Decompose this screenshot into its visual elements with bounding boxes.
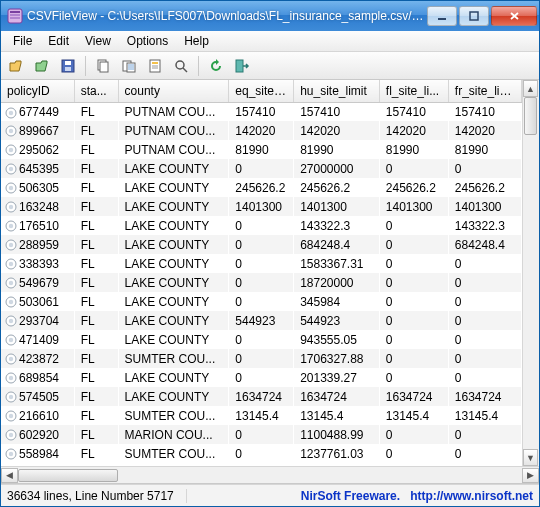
vertical-scrollbar[interactable]: ▲ ▼ xyxy=(522,80,539,466)
refresh-icon[interactable] xyxy=(205,55,227,77)
cell-policyID: 338393 xyxy=(1,254,74,273)
cell-fr: 1634724 xyxy=(448,387,521,406)
cell-county: LAKE COUNTY xyxy=(118,216,229,235)
svg-point-38 xyxy=(9,300,13,304)
cell-state: FL xyxy=(74,311,118,330)
table-row[interactable]: 549679FLLAKE COUNTY01872000000 xyxy=(1,273,522,292)
table-viewport[interactable]: policyID sta... county eq_site_l... hu_s… xyxy=(1,80,522,466)
table-row[interactable]: 677449FLPUTNAM COU...1574101574101574101… xyxy=(1,102,522,121)
cell-eq: 0 xyxy=(229,425,294,444)
menu-file[interactable]: File xyxy=(5,32,40,50)
cell-fr: 81990 xyxy=(448,140,521,159)
cell-county: LAKE COUNTY xyxy=(118,254,229,273)
menu-help[interactable]: Help xyxy=(176,32,217,50)
cell-hu: 27000000 xyxy=(294,159,380,178)
open-advanced-icon[interactable] xyxy=(31,55,53,77)
cell-county: PUTNAM COU... xyxy=(118,140,229,159)
titlebar: CSVFileView - C:\Users\ILFS007\Downloads… xyxy=(1,1,539,31)
svg-point-30 xyxy=(9,224,13,228)
table-row[interactable]: 899667FLPUTNAM COU...1420201420201420201… xyxy=(1,121,522,140)
horizontal-scrollbar[interactable]: ◀ ▶ xyxy=(1,466,539,483)
cell-fr: 0 xyxy=(448,254,521,273)
col-eq[interactable]: eq_site_l... xyxy=(229,80,294,102)
menu-edit[interactable]: Edit xyxy=(40,32,77,50)
table-row[interactable]: 574505FLLAKE COUNTY163472416347241634724… xyxy=(1,387,522,406)
table-row[interactable]: 295062FLPUTNAM COU...8199081990819908199… xyxy=(1,140,522,159)
vscroll-track[interactable] xyxy=(523,97,538,449)
table-row[interactable]: 163248FLLAKE COUNTY140130014013001401300… xyxy=(1,197,522,216)
cell-hu: 13145.4 xyxy=(294,406,380,425)
cell-policyID: 549679 xyxy=(1,273,74,292)
cell-state: FL xyxy=(74,178,118,197)
table-row[interactable]: 176510FLLAKE COUNTY0143322.30143322.3 xyxy=(1,216,522,235)
table-row[interactable]: 288959FLLAKE COUNTY0684248.40684248.4 xyxy=(1,235,522,254)
table-row[interactable]: 423872FLSUMTER COU...01706327.8800 xyxy=(1,349,522,368)
cell-county: LAKE COUNTY xyxy=(118,387,229,406)
cell-fl: 0 xyxy=(379,349,448,368)
table-row[interactable]: 602920FLMARION COU...01100488.9900 xyxy=(1,425,522,444)
cell-hu: 1100488.99 xyxy=(294,425,380,444)
cell-county: LAKE COUNTY xyxy=(118,330,229,349)
svg-rect-16 xyxy=(236,60,243,72)
cell-policyID: 423872 xyxy=(1,349,74,368)
cell-eq: 1401300 xyxy=(229,197,294,216)
table-row[interactable]: 558984FLSUMTER COU...01237761.0300 xyxy=(1,444,522,463)
table-row[interactable]: 338393FLLAKE COUNTY01583367.3100 xyxy=(1,254,522,273)
find-icon[interactable] xyxy=(170,55,192,77)
cell-fr: 0 xyxy=(448,444,521,463)
cell-eq: 0 xyxy=(229,368,294,387)
scroll-up-icon[interactable]: ▲ xyxy=(523,80,538,97)
scroll-down-icon[interactable]: ▼ xyxy=(523,449,538,466)
hscroll-track[interactable] xyxy=(18,468,522,483)
cell-hu: 201339.27 xyxy=(294,368,380,387)
cell-eq: 0 xyxy=(229,216,294,235)
close-button[interactable] xyxy=(491,6,537,26)
properties-icon[interactable] xyxy=(144,55,166,77)
copy-icon[interactable] xyxy=(92,55,114,77)
cell-policyID: 645395 xyxy=(1,159,74,178)
table-row[interactable]: 503061FLLAKE COUNTY034598400 xyxy=(1,292,522,311)
table-row[interactable]: 293704FLLAKE COUNTY54492354492300 xyxy=(1,311,522,330)
col-hu[interactable]: hu_site_limit xyxy=(294,80,380,102)
col-fr[interactable]: fr_site_limit xyxy=(448,80,521,102)
cell-fl: 13145.4 xyxy=(379,406,448,425)
table-row[interactable]: 645395FLLAKE COUNTY02700000000 xyxy=(1,159,522,178)
minimize-button[interactable] xyxy=(427,6,457,26)
menu-view[interactable]: View xyxy=(77,32,119,50)
hscroll-thumb[interactable] xyxy=(18,469,118,482)
menu-options[interactable]: Options xyxy=(119,32,176,50)
scroll-left-icon[interactable]: ◀ xyxy=(1,468,18,483)
toolbar-separator xyxy=(198,56,199,76)
table-row[interactable]: 216610FLSUMTER COU...13145.413145.413145… xyxy=(1,406,522,425)
scroll-right-icon[interactable]: ▶ xyxy=(522,468,539,483)
col-fl[interactable]: fl_site_li... xyxy=(379,80,448,102)
cell-fr: 142020 xyxy=(448,121,521,140)
cell-fl: 157410 xyxy=(379,102,448,121)
cell-hu: 684248.4 xyxy=(294,235,380,254)
save-icon[interactable] xyxy=(57,55,79,77)
table-row[interactable]: 471409FLLAKE COUNTY0943555.0500 xyxy=(1,330,522,349)
exit-icon[interactable] xyxy=(231,55,253,77)
cell-county: LAKE COUNTY xyxy=(118,292,229,311)
status-brand-link[interactable]: http://www.nirsoft.net xyxy=(410,489,533,503)
cell-hu: 1634724 xyxy=(294,387,380,406)
cell-eq: 0 xyxy=(229,444,294,463)
cell-policyID: 288959 xyxy=(1,235,74,254)
table-row[interactable]: 689854FLLAKE COUNTY0201339.2700 xyxy=(1,368,522,387)
cell-state: FL xyxy=(74,235,118,254)
col-state[interactable]: sta... xyxy=(74,80,118,102)
col-county[interactable]: county xyxy=(118,80,229,102)
vscroll-thumb[interactable] xyxy=(524,97,537,135)
maximize-button[interactable] xyxy=(459,6,489,26)
cell-fl: 0 xyxy=(379,159,448,178)
cell-fl: 0 xyxy=(379,311,448,330)
cell-fl: 142020 xyxy=(379,121,448,140)
col-policyID[interactable]: policyID xyxy=(1,80,74,102)
copy-items-icon[interactable] xyxy=(118,55,140,77)
cell-state: FL xyxy=(74,121,118,140)
open-icon[interactable] xyxy=(5,55,27,77)
table-row[interactable]: 506305FLLAKE COUNTY245626.2245626.224562… xyxy=(1,178,522,197)
cell-state: FL xyxy=(74,140,118,159)
cell-fr: 245626.2 xyxy=(448,178,521,197)
cell-fl: 0 xyxy=(379,273,448,292)
